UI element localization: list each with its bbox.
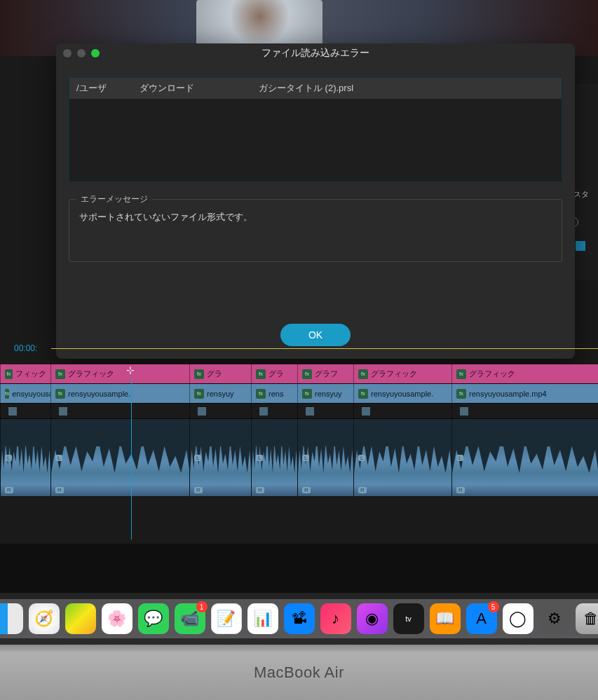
graphics-clip[interactable]: fxフィック (0, 364, 50, 383)
video-clip[interactable]: fxrens (251, 384, 297, 403)
audio-clip[interactable]: LR (0, 419, 50, 496)
settings-icon[interactable]: ⚙ (539, 603, 570, 634)
audio-track[interactable]: LRLRLRLRLRLRLR (0, 419, 598, 496)
dock-area: 🧭 🌸 💬 📹1 📝 📊 📽 ♪ ◉ tv 📖 A5 ◯ ⚙ 🗑 (0, 593, 598, 645)
numbers-icon[interactable]: 📊 (247, 603, 278, 634)
marker-cell[interactable] (353, 404, 451, 418)
error-label: エラーメッセージ (76, 193, 152, 205)
waveform (452, 419, 598, 496)
timeline[interactable]: ⊹ fxフィックfxグラフィックfxグラfxグラfxグラフfxグラフィックfxグ… (0, 364, 598, 496)
fx-badge-icon: fx (5, 389, 9, 399)
channel-label: R (358, 487, 367, 493)
fx-badge-icon: fx (456, 369, 466, 379)
graphics-clip[interactable]: fxグラ (189, 364, 251, 383)
channel-label: L (194, 455, 201, 461)
file-path-segment: ダウンロード (140, 82, 238, 95)
error-message-group: エラーメッセージ サポートされていないファイル形式です。 (69, 199, 562, 262)
fx-badge-icon: fx (358, 369, 368, 379)
audio-clip[interactable]: LR (189, 419, 251, 496)
video-clip[interactable]: fxensyuyousa (0, 384, 50, 403)
lower-panel (0, 544, 598, 593)
audio-clip[interactable]: LR (353, 419, 451, 496)
notes-icon[interactable]: 📝 (211, 603, 242, 634)
trash-icon[interactable]: 🗑 (576, 603, 599, 634)
books-icon[interactable]: 📖 (430, 603, 461, 634)
fx-badge-icon: fx (256, 369, 266, 379)
channel-label: L (256, 455, 263, 461)
facetime-icon[interactable]: 📹1 (175, 603, 205, 634)
fx-badge-icon: fx (55, 389, 65, 399)
notification-badge: 1 (196, 601, 208, 612)
marker-icon (198, 407, 206, 416)
video-clip[interactable]: fxrensyuy (297, 384, 353, 403)
appstore-icon[interactable]: A5 (466, 603, 497, 634)
audio-clip[interactable]: LR (451, 419, 598, 496)
graphics-clip[interactable]: fxグラフィック (353, 364, 451, 383)
graphics-clip[interactable]: fxグラフィック (50, 364, 189, 383)
safari-icon[interactable]: 🧭 (29, 603, 60, 634)
file-list: /ユーザ ダウンロード ガシータイトル (2).prsl (69, 77, 562, 182)
messages-icon[interactable]: 💬 (138, 603, 169, 634)
video-clip[interactable]: fxrensyuyousample. (50, 384, 189, 403)
podcasts-icon[interactable]: ◉ (357, 603, 388, 634)
side-color-swatch[interactable] (576, 241, 585, 251)
channel-label: R (256, 487, 264, 493)
audio-clip[interactable]: LR (251, 419, 297, 496)
marker-cell[interactable] (50, 404, 189, 418)
marker-cell[interactable] (297, 404, 353, 418)
channel-label: L (358, 455, 365, 461)
fx-badge-icon: fx (358, 389, 368, 399)
marker-cell[interactable] (189, 404, 251, 418)
audio-clip[interactable]: LR (50, 419, 189, 496)
graphics-clip[interactable]: fxグラフィック (451, 364, 598, 383)
video-clip[interactable]: fxrensyuyousample. (353, 384, 451, 403)
file-row[interactable]: /ユーザ ダウンロード ガシータイトル (2).prsl (69, 78, 562, 99)
music-icon[interactable]: ♪ (320, 603, 351, 634)
waveform (354, 419, 451, 496)
channel-label: R (194, 487, 203, 493)
fx-badge-icon: fx (302, 389, 312, 399)
playhead[interactable] (131, 378, 132, 540)
laptop-bezel: MacBook Air (0, 645, 598, 700)
finder-icon[interactable] (0, 603, 23, 634)
razor-cursor-icon: ⊹ (126, 364, 135, 376)
notification-badge: 5 (488, 601, 499, 612)
fx-badge-icon: fx (256, 389, 266, 399)
graphics-clip[interactable]: fxグラ (251, 364, 297, 383)
keynote-icon[interactable]: 📽 (284, 603, 315, 634)
marker-icon (59, 407, 67, 416)
channel-label: L (55, 455, 62, 461)
video-clip[interactable]: fxrensyuyousample.mp4 (451, 384, 598, 403)
marker-icon (259, 407, 268, 416)
marker-cell[interactable] (451, 404, 598, 418)
channel-label: L (5, 455, 12, 461)
marker-cell[interactable] (251, 404, 297, 418)
dock: 🧭 🌸 💬 📹1 📝 📊 📽 ♪ ◉ tv 📖 A5 ◯ ⚙ 🗑 (0, 599, 598, 638)
channel-label: L (456, 455, 463, 461)
laptop-model-label: MacBook Air (254, 664, 344, 682)
marker-cell[interactable] (0, 404, 50, 418)
video-clip[interactable]: fxrensyuy (189, 384, 251, 403)
marker-icon (460, 407, 468, 416)
appletv-icon[interactable]: tv (393, 603, 424, 634)
photos-icon[interactable]: 🌸 (102, 603, 132, 634)
marker-icon (8, 407, 17, 416)
channel-label: L (302, 455, 309, 461)
graphics-track[interactable]: fxフィックfxグラフィックfxグラfxグラfxグラフfxグラフィックfxグラフ… (0, 364, 598, 384)
fx-badge-icon: fx (194, 369, 204, 379)
chrome-icon[interactable]: ◯ (503, 603, 534, 634)
video-track[interactable]: fxensyuyousafxrensyuyousample.fxrensyuyf… (0, 384, 598, 404)
graphics-clip[interactable]: fxグラフ (297, 364, 353, 383)
maps-icon[interactable] (65, 603, 96, 634)
fx-badge-icon: fx (456, 389, 466, 399)
marker-track[interactable] (0, 404, 598, 419)
channel-label: R (55, 487, 64, 493)
timecode-display[interactable]: 00:00: (14, 343, 37, 353)
fx-badge-icon: fx (194, 389, 204, 399)
time-ruler[interactable] (51, 348, 598, 349)
error-message-text: サポートされていないファイル形式です。 (79, 208, 552, 224)
error-dialog: ファイル読み込みエラー /ユーザ ダウンロード ガシータイトル (2).prsl… (56, 43, 575, 359)
audio-clip[interactable]: LR (297, 419, 353, 496)
file-path-segment: /ユーザ (76, 82, 118, 95)
fx-badge-icon: fx (302, 369, 312, 379)
